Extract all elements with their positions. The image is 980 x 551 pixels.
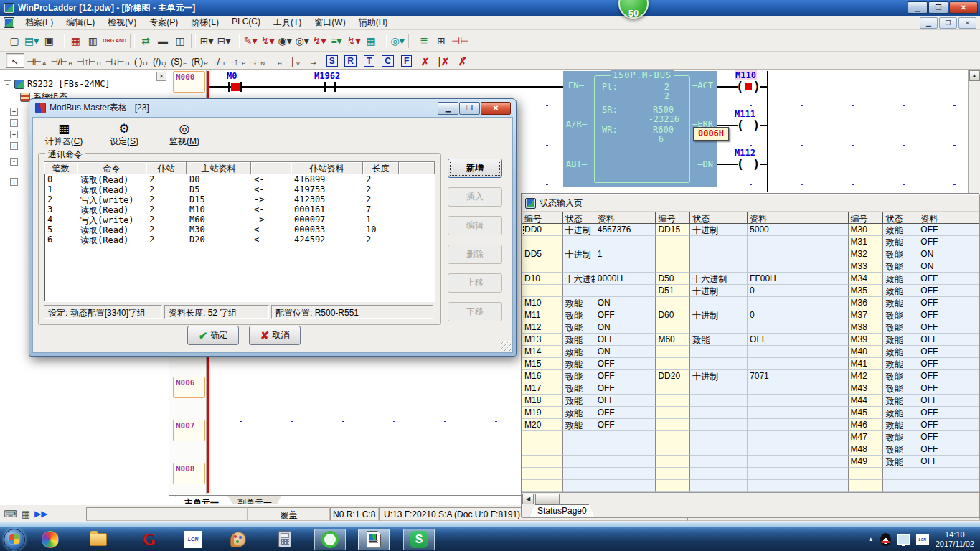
toolbar-icon[interactable]: ⊞ (433, 32, 450, 50)
cell-data[interactable] (595, 456, 656, 468)
cell-id[interactable]: M30 (849, 224, 884, 236)
cell-status[interactable]: 致能 (883, 236, 918, 248)
cell-data[interactable] (748, 395, 849, 407)
cell-id[interactable]: M46 (849, 419, 884, 431)
cell-data[interactable]: OFF (595, 358, 656, 370)
ladder-tool-button[interactable]: ↖ (6, 53, 24, 68)
menu-item[interactable]: 检视(V) (101, 15, 143, 30)
cell-status[interactable] (690, 297, 748, 309)
cell-status[interactable]: 致能 (883, 370, 918, 382)
ladder-tool-button[interactable]: (R)R (189, 53, 210, 68)
cell-data[interactable]: OFF (918, 346, 979, 358)
ladder-tool-button[interactable]: R (341, 53, 360, 68)
menu-item[interactable]: 专案(P) (143, 15, 184, 30)
toolbar-icon[interactable]: ▤▾ (23, 32, 40, 50)
cell-id[interactable]: M11 (522, 309, 563, 321)
cell-data[interactable] (748, 358, 849, 370)
cell-status[interactable] (883, 480, 918, 492)
network-label[interactable]: N000 (173, 71, 205, 93)
cell-id[interactable] (656, 236, 690, 248)
cell-data[interactable] (918, 480, 979, 492)
cell-id[interactable]: M34 (849, 273, 884, 285)
ladder-tool-button[interactable]: ✗ (416, 53, 435, 68)
cell-id[interactable]: M31 (849, 236, 884, 248)
horizontal-scrollbar[interactable]: ◀ (522, 492, 979, 504)
ladder-tool-button[interactable]: (S)E (169, 53, 189, 68)
cell-id[interactable] (656, 480, 690, 492)
cell-status[interactable] (563, 260, 595, 273)
cell-id[interactable]: D60 (656, 309, 690, 321)
taskbar-item-paint[interactable] (222, 529, 254, 550)
status-table-row[interactable]: M17 致能 OFF M43 致能 OFF (522, 382, 979, 395)
cell-id[interactable]: M15 (522, 358, 563, 370)
cell-id[interactable] (522, 480, 563, 492)
cell-id[interactable]: M18 (522, 395, 563, 407)
cell-data[interactable] (748, 419, 849, 431)
taskbar-item-lcn[interactable]: LCN (177, 529, 209, 550)
scrollbar-thumb[interactable] (535, 494, 560, 504)
mdi-restore-button[interactable]: ❐ (939, 17, 957, 29)
cell-status[interactable] (690, 443, 748, 456)
command-table[interactable]: 笔数命令仆站主站资料仆站资料长度 0 读取(Read) 2 D0 <- 4168… (44, 161, 435, 302)
table-action-button[interactable]: 新增 (448, 159, 502, 178)
toolbar-icon[interactable]: ≡▾ (328, 32, 345, 50)
cell-data[interactable] (748, 480, 849, 492)
toolbar-icon[interactable]: ORG AND (101, 32, 128, 50)
cancel-button[interactable]: ✘取消 (249, 326, 301, 345)
cell-data[interactable]: OFF (918, 443, 979, 456)
toolbar-icon[interactable]: ⊟▾ (215, 32, 232, 50)
cell-id[interactable] (849, 468, 884, 480)
cell-data[interactable]: 0 (748, 285, 849, 297)
toolbar-icon[interactable]: ◎▾ (293, 32, 311, 50)
toolbar-icon[interactable]: ▥ (84, 32, 101, 50)
dialog-maximize-button[interactable]: ❐ (459, 102, 480, 115)
cell-data[interactable]: OFF (918, 321, 979, 334)
toolbar-icon[interactable]: ▢ (6, 32, 23, 50)
cell-data[interactable]: OFF (918, 334, 979, 346)
cell-data[interactable] (595, 260, 656, 273)
coil-label[interactable]: M111 (735, 109, 755, 119)
tree-root-node[interactable]: - RS232 [FBs-24MC] (4, 79, 110, 89)
mdi-minimize-button[interactable]: ▁ (920, 17, 938, 29)
toolbar-icon[interactable]: ⊞▾ (198, 32, 215, 50)
cell-status[interactable] (690, 456, 748, 468)
taskbar-item-calculator[interactable] (269, 529, 301, 550)
cell-id[interactable] (656, 358, 690, 370)
status-table-row[interactable] (522, 468, 979, 480)
cell-data[interactable]: OFF (918, 297, 979, 309)
cell-data[interactable] (748, 321, 849, 334)
cell-data[interactable]: ON (595, 346, 656, 358)
cell-id[interactable] (656, 346, 690, 358)
cell-status[interactable]: 十六进制 (563, 273, 595, 285)
cell-data[interactable]: ON (595, 297, 656, 309)
cell-data[interactable] (748, 248, 849, 260)
tray-expand-icon[interactable]: ▲ (868, 536, 874, 542)
status-table-row[interactable]: M20 致能 OFF M46 致能 OFF (522, 419, 979, 431)
toolbar-icon[interactable]: ▬ (154, 32, 171, 50)
cell-status[interactable]: 致能 (883, 395, 918, 407)
cell-id[interactable] (656, 419, 690, 431)
qq-icon[interactable] (880, 533, 891, 546)
cell-status[interactable] (690, 346, 748, 358)
cell-status[interactable] (690, 358, 748, 370)
cell-status[interactable] (563, 431, 595, 443)
cell-data[interactable]: OFF (918, 358, 979, 370)
cell-status[interactable] (563, 456, 595, 468)
toolbar-icon[interactable]: ✎▾ (242, 32, 259, 50)
cell-data[interactable]: 4567376 (595, 224, 656, 236)
cell-id[interactable]: M38 (849, 321, 884, 334)
cell-status[interactable]: 致能 (563, 407, 595, 419)
cell-data[interactable]: OFF (918, 309, 979, 321)
cell-data[interactable] (748, 443, 849, 456)
cell-data[interactable]: 7071 (748, 370, 849, 382)
menu-item[interactable]: 编辑(E) (60, 15, 101, 30)
connection-icon[interactable]: ⌨ (4, 509, 17, 519)
cell-id[interactable]: M12 (522, 321, 563, 334)
cell-id[interactable]: DD5 (522, 248, 563, 260)
cell-status[interactable]: 十进制 (690, 285, 748, 297)
output-coil-on[interactable] (736, 80, 760, 93)
cell-data[interactable]: FF00H (748, 273, 849, 285)
cell-id[interactable] (656, 382, 690, 395)
command-row[interactable]: 0 读取(Read) 2 D0 <- 416899 2 (44, 174, 435, 184)
output-coil[interactable] (736, 158, 760, 171)
